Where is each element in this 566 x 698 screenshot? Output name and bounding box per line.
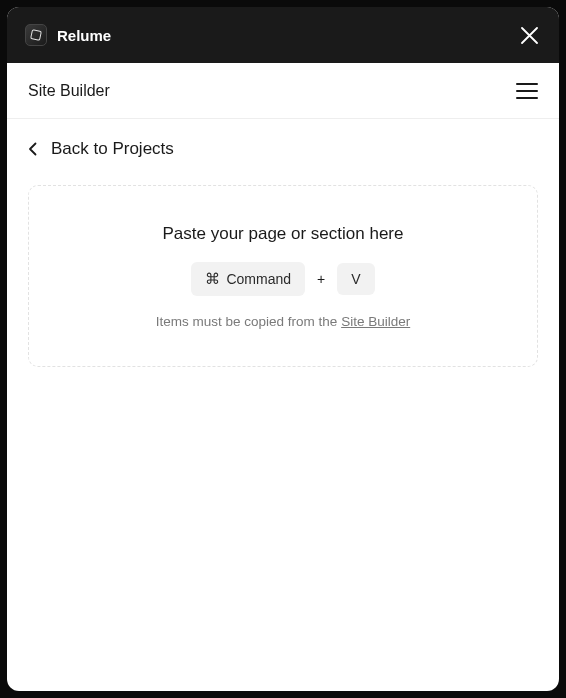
keyboard-shortcut: ⌘ Command + V: [191, 262, 374, 296]
paste-hint: Items must be copied from the Site Build…: [156, 314, 410, 329]
hamburger-icon: [516, 83, 538, 85]
site-builder-link[interactable]: Site Builder: [341, 314, 410, 329]
titlebar: Relume: [7, 7, 559, 63]
menu-button[interactable]: [516, 83, 538, 99]
command-key-label: Command: [226, 271, 291, 287]
subheader: Site Builder: [7, 63, 559, 119]
brand-block: Relume: [25, 24, 111, 46]
back-to-projects-link[interactable]: Back to Projects: [28, 139, 538, 159]
page-title: Site Builder: [28, 82, 110, 100]
paste-zone-title: Paste your page or section here: [163, 224, 404, 244]
plus-separator: +: [317, 271, 325, 287]
brand-logo-icon: [25, 24, 47, 46]
hint-text: Items must be copied from the: [156, 314, 341, 329]
brand-name: Relume: [57, 27, 111, 44]
content-area: Back to Projects Paste your page or sect…: [7, 119, 559, 691]
app-window: Relume Site Builder Back to Projects Pas…: [7, 7, 559, 691]
close-button[interactable]: [517, 23, 541, 47]
paste-dropzone[interactable]: Paste your page or section here ⌘ Comman…: [28, 185, 538, 367]
command-key: ⌘ Command: [191, 262, 305, 296]
command-icon: ⌘: [205, 270, 220, 288]
close-icon: [521, 27, 538, 44]
v-key-label: V: [351, 271, 360, 287]
back-link-label: Back to Projects: [51, 139, 174, 159]
v-key: V: [337, 263, 374, 295]
chevron-left-icon: [28, 142, 37, 156]
